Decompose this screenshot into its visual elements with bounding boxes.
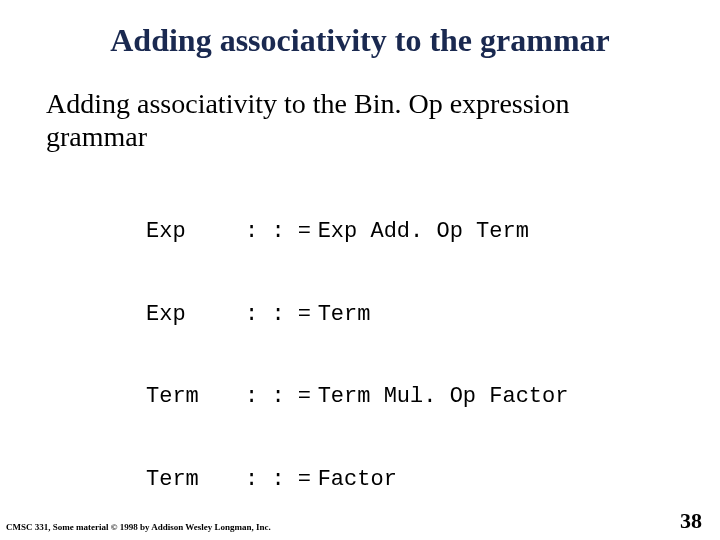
grammar-block: Exp : : = Exp Add. Op Term Exp : : = Ter… — [46, 153, 674, 540]
grammar-row: Term : : = Factor — [146, 466, 674, 494]
lead-text: Adding associativity to the Bin. Op expr… — [46, 87, 674, 153]
grammar-sep: : : = — [245, 466, 304, 494]
grammar-sep: : : = — [245, 383, 304, 411]
grammar-sep: : : = — [245, 218, 304, 246]
grammar-sep: : : = — [245, 301, 304, 329]
grammar-rhs: Exp Add. Op Term — [318, 219, 529, 244]
grammar-lhs: Exp — [146, 218, 232, 246]
slide: Adding associativity to the grammar Addi… — [0, 0, 720, 540]
slide-title: Adding associativity to the grammar — [0, 0, 720, 69]
footer-text: CMSC 331, Some material © 1998 by Addiso… — [6, 522, 271, 532]
grammar-lhs: Term — [146, 466, 232, 494]
grammar-row: Exp : : = Term — [146, 301, 674, 329]
grammar-lhs: Term — [146, 383, 232, 411]
grammar-row: Term : : = Term Mul. Op Factor — [146, 383, 674, 411]
slide-body: Adding associativity to the Bin. Op expr… — [0, 69, 720, 540]
grammar-rhs: Term Mul. Op Factor — [318, 384, 569, 409]
grammar-lhs: Exp — [146, 301, 232, 329]
grammar-rhs: Term — [318, 302, 371, 327]
grammar-rhs: Factor — [318, 467, 397, 492]
page-number: 38 — [680, 508, 702, 534]
grammar-row: Exp : : = Exp Add. Op Term — [146, 218, 674, 246]
